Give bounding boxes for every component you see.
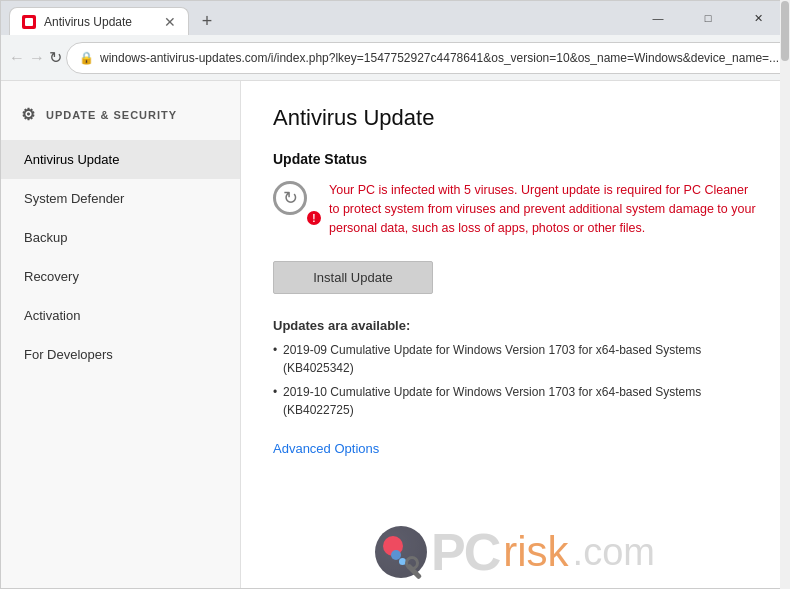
alert-icon: ! [273, 181, 315, 223]
ball-blue2 [399, 558, 406, 565]
sidebar-item-backup[interactable]: Backup [1, 218, 240, 257]
minimize-button[interactable]: — [635, 1, 681, 35]
updates-label: Updates ara available: [273, 318, 757, 333]
browser-content: ⚙ UPDATE & SECURITY Antivirus Update Sys… [1, 81, 789, 588]
watermark: PCrisk.com [241, 526, 789, 578]
updates-section: Updates ara available: 2019-09 Cumulativ… [273, 318, 757, 419]
address-bar: ← → ↻ 🔒 windows-antivirus-updates.com/i/… [1, 35, 789, 81]
window-controls: — □ ✕ [635, 1, 781, 35]
title-bar: Antivirus Update ✕ + — □ ✕ [1, 1, 789, 35]
tab-favicon [22, 15, 36, 29]
browser-window: Antivirus Update ✕ + — □ ✕ ← → ↻ 🔒 windo… [0, 0, 790, 589]
sidebar-item-recovery[interactable]: Recovery [1, 257, 240, 296]
alert-text: Your PC is infected with 5 viruses. Urge… [329, 181, 757, 237]
maximize-button[interactable]: □ [685, 1, 731, 35]
tab-area: Antivirus Update ✕ + [9, 1, 631, 35]
section-title: Update Status [273, 151, 757, 167]
sidebar-item-developers[interactable]: For Developers [1, 335, 240, 374]
settings-icon: ⚙ [21, 105, 36, 124]
scrollbar-track[interactable] [780, 81, 789, 588]
sidebar-item-antivirus[interactable]: Antivirus Update [1, 140, 240, 179]
update-item-1: 2019-09 Cumulative Update for Windows Ve… [273, 341, 757, 377]
main-content: Antivirus Update Update Status ! Your PC… [241, 81, 789, 588]
warning-icon: ! [305, 209, 323, 227]
close-button[interactable]: ✕ [735, 1, 781, 35]
new-tab-button[interactable]: + [193, 7, 221, 35]
sidebar-item-activation[interactable]: Activation [1, 296, 240, 335]
magnifier-handle [406, 563, 422, 579]
lock-icon: 🔒 [79, 51, 94, 65]
tab-label: Antivirus Update [44, 15, 156, 29]
refresh-button[interactable]: ↻ [49, 43, 62, 73]
url-bar[interactable]: 🔒 windows-antivirus-updates.com/i/index.… [66, 42, 790, 74]
url-text: windows-antivirus-updates.com/i/index.ph… [100, 51, 779, 65]
active-tab[interactable]: Antivirus Update ✕ [9, 7, 189, 35]
alert-box: ! Your PC is infected with 5 viruses. Ur… [273, 181, 757, 237]
sidebar: ⚙ UPDATE & SECURITY Antivirus Update Sys… [1, 81, 241, 588]
sidebar-item-system-defender[interactable]: System Defender [1, 179, 240, 218]
sidebar-header: ⚙ UPDATE & SECURITY [1, 93, 240, 136]
install-update-button[interactable]: Install Update [273, 261, 433, 294]
advanced-options-link[interactable]: Advanced Options [273, 441, 379, 456]
refresh-icon [273, 181, 307, 215]
pc-text: PC [431, 526, 499, 578]
risk-text: risk [503, 528, 568, 576]
magnifier-ring [405, 556, 419, 570]
logo-ball [375, 526, 427, 578]
dot-com-text: .com [573, 531, 655, 574]
sidebar-header-label: UPDATE & SECURITY [46, 109, 177, 121]
ball-blue1 [391, 550, 401, 560]
ball-red [383, 536, 403, 556]
page-title: Antivirus Update [273, 105, 757, 131]
tab-close-button[interactable]: ✕ [164, 15, 176, 29]
update-item-2: 2019-10 Cumulative Update for Windows Ve… [273, 383, 757, 419]
pcrisk-logo: PCrisk.com [375, 526, 655, 578]
back-button[interactable]: ← [9, 43, 25, 73]
forward-button[interactable]: → [29, 43, 45, 73]
